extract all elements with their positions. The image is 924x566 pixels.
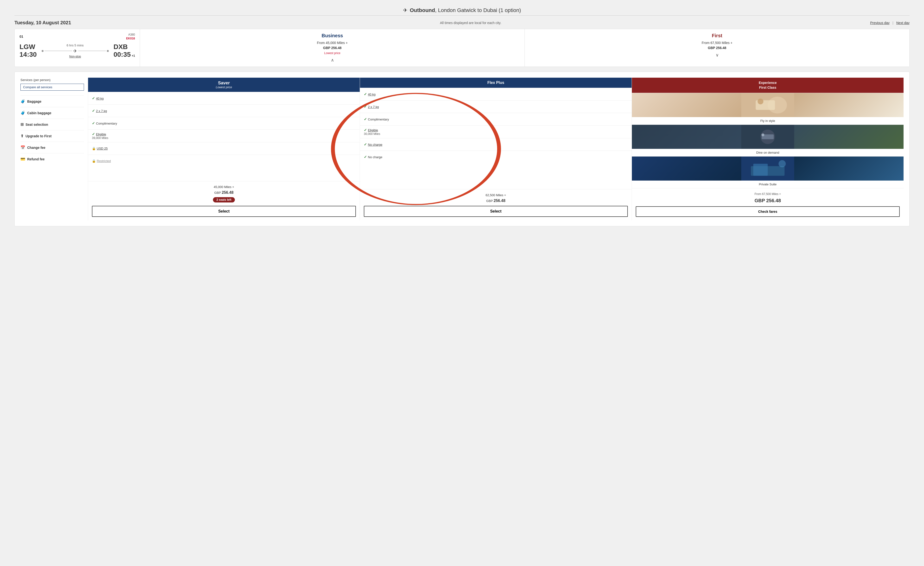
services-wrapper: Services (per person) Compare all servic… bbox=[14, 72, 910, 226]
times-note: All times displayed are local for each c… bbox=[440, 21, 501, 25]
flexplus-cabin-link[interactable]: 2 x 7 kg bbox=[368, 105, 379, 109]
svg-point-3 bbox=[758, 99, 764, 104]
airline-info: A380 EK016 bbox=[126, 33, 135, 40]
saver-baggage-cell: ✓40 kg bbox=[88, 92, 360, 104]
flexplus-refund-cell: ✓No charge bbox=[360, 151, 632, 163]
saver-upgrade-cell: ✓Eligible 39,000 Miles bbox=[88, 129, 360, 142]
first-caption-3: Private Suite bbox=[757, 181, 778, 188]
business-chevron: ∧ bbox=[331, 57, 334, 63]
saver-change-link[interactable]: USD 25 bbox=[97, 147, 108, 150]
first-class-header: Experience First Class bbox=[632, 78, 903, 93]
origin-code: LGW bbox=[20, 43, 37, 51]
flexplus-total: 62,500 Miles + GBP 256.48 bbox=[364, 193, 628, 204]
saver-cabin-link[interactable]: 2 x 7 kg bbox=[96, 109, 107, 113]
svg-rect-10 bbox=[753, 164, 768, 176]
service-row-upgrade: ⬆ Upgrade to First bbox=[21, 130, 84, 142]
lock-icon-refund: 🔒 bbox=[92, 159, 96, 163]
header-title: Outbound, London Gatwick to Dubai (1 opt… bbox=[410, 7, 521, 13]
first-class-col: Experience First Class Fly in style bbox=[632, 78, 903, 220]
upgrade-icon: ⬆ bbox=[21, 134, 24, 138]
compare-all-button[interactable]: Compare all services bbox=[21, 84, 84, 91]
flight-code: EK016 bbox=[126, 37, 135, 40]
svg-point-7 bbox=[762, 133, 765, 136]
fare-col-business[interactable]: Business From 45,000 Miles + GBP 256.48 … bbox=[140, 29, 525, 67]
plane-icon: ✈ bbox=[403, 7, 407, 13]
saver-upgrade-link[interactable]: Eligible bbox=[96, 132, 106, 136]
flight-info: 01 A380 EK016 LGW 14:30 6 hrs 5 mins ✈ bbox=[15, 29, 140, 67]
first-image-dine bbox=[632, 125, 903, 149]
services-grid: Services (per person) Compare all servic… bbox=[21, 78, 903, 220]
flexplus-footer: 62,500 Miles + GBP 256.48 Select bbox=[360, 189, 632, 220]
plus-days: +1 bbox=[132, 54, 135, 57]
first-caption-2: Dine on demand bbox=[754, 149, 781, 156]
first-price: From 67,500 Miles + GBP 256.48 bbox=[702, 40, 732, 51]
first-chevron: ∨ bbox=[716, 52, 719, 58]
lock-icon-change: 🔒 bbox=[92, 147, 96, 150]
first-label: First bbox=[712, 33, 722, 39]
first-image-2: Dine on demand bbox=[632, 124, 903, 156]
first-total: From 67,500 Miles + GBP 256.48 bbox=[636, 192, 900, 204]
seats-left-badge: 2 seats left bbox=[213, 197, 235, 202]
calendar-icon: 📅 bbox=[21, 145, 25, 150]
first-caption-1: Fly in style bbox=[759, 117, 777, 124]
fare-col-first[interactable]: First From 67,500 Miles + GBP 256.48 ∨ bbox=[525, 29, 909, 67]
flexplus-col: Flex Plus ✓40 kg ✓2 x 7 kg ✓Complimentar… bbox=[360, 78, 632, 220]
saver-seat-cell: ✓Complimentary bbox=[88, 117, 360, 129]
seat-icon: ⊞ bbox=[21, 122, 24, 127]
saver-footer: 45,000 Miles + GBP 256.48 2 seats left S… bbox=[88, 181, 360, 220]
flight-date: Tuesday, 10 August 2021 bbox=[14, 20, 71, 25]
page-header: ✈ Outbound, London Gatwick to Dubai (1 o… bbox=[14, 7, 910, 16]
flight-number: 01 bbox=[20, 34, 23, 39]
origin-time: 14:30 bbox=[20, 51, 37, 58]
first-image-3: Private Suite bbox=[632, 156, 903, 188]
refund-icon: 💳 bbox=[21, 157, 25, 161]
stops-info[interactable]: Non-stop bbox=[69, 55, 81, 58]
flexplus-seat-cell: ✓Complimentary bbox=[360, 113, 632, 125]
next-day-link[interactable]: Next day bbox=[896, 21, 910, 25]
business-label: Business bbox=[322, 33, 343, 39]
business-price: From 45,000 Miles + GBP 256.48 Lowest pr… bbox=[317, 40, 348, 55]
previous-day-link[interactable]: Previous day bbox=[870, 21, 890, 25]
flight-duration: 6 hrs 5 mins bbox=[67, 43, 84, 47]
flexplus-baggage-link[interactable]: 40 kg bbox=[368, 93, 376, 96]
flexplus-upgrade-link[interactable]: Eligible bbox=[368, 129, 378, 132]
first-image-1: Fly in style bbox=[632, 93, 903, 124]
saver-header: Saver Lowest price bbox=[88, 78, 360, 92]
first-footer: From 67,500 Miles + GBP 256.48 Check far… bbox=[632, 188, 903, 220]
service-row-refund-fee: 💳 Refund fee bbox=[21, 153, 84, 165]
saver-total: 45,000 Miles + GBP 256.48 bbox=[92, 185, 356, 196]
baggage-icon: 🧳 bbox=[21, 99, 25, 103]
service-row-seat-selection: ⊞ Seat selection bbox=[21, 118, 84, 130]
services-title: Services (per person) bbox=[21, 78, 84, 82]
lowest-price-label: Lowest price bbox=[324, 51, 340, 55]
saver-col: Saver Lowest price ✓40 kg ✓2 x 7 kg ✓Com… bbox=[88, 78, 360, 220]
destination-code: DXB bbox=[114, 43, 128, 51]
service-row-change-fee: 📅 Change fee bbox=[21, 142, 84, 153]
flight-card: 01 A380 EK016 LGW 14:30 6 hrs 5 mins ✈ bbox=[14, 29, 910, 67]
cabin-baggage-icon: 🧳 bbox=[21, 111, 25, 115]
saver-cabin-cell: ✓2 x 7 kg bbox=[88, 104, 360, 117]
flexplus-cabin-cell: ✓2 x 7 kg bbox=[360, 100, 632, 113]
flexplus-header: Flex Plus bbox=[360, 78, 632, 88]
aircraft-type: A380 bbox=[128, 33, 135, 36]
destination-time: 00:35 bbox=[114, 51, 131, 58]
service-row-baggage: 🧳 Baggage bbox=[21, 96, 84, 107]
flexplus-baggage-cell: ✓40 kg bbox=[360, 88, 632, 100]
day-nav: Previous day | Next day bbox=[870, 21, 910, 25]
saver-refund-cell: 🔒Restricted bbox=[88, 154, 360, 167]
fare-summary-columns: Business From 45,000 Miles + GBP 256.48 … bbox=[140, 29, 909, 67]
flexplus-change-link[interactable]: No charge bbox=[368, 143, 382, 147]
services-label-col: Services (per person) Compare all servic… bbox=[21, 78, 88, 220]
flexplus-change-cell: ✓No charge bbox=[360, 138, 632, 151]
saver-select-button[interactable]: Select bbox=[92, 206, 356, 217]
saver-baggage-link[interactable]: 40 kg bbox=[96, 97, 104, 100]
first-image-fly bbox=[632, 93, 903, 117]
first-image-suite bbox=[632, 157, 903, 181]
flexplus-select-button[interactable]: Select bbox=[364, 206, 628, 217]
saver-refund-link[interactable]: Restricted bbox=[97, 159, 111, 163]
svg-point-11 bbox=[778, 160, 786, 167]
first-check-fares-button[interactable]: Check fares bbox=[636, 206, 900, 217]
subheader-row: Tuesday, 10 August 2021 All times displa… bbox=[14, 20, 910, 25]
flexplus-upgrade-cell: ✓Eligible 30,000 Miles bbox=[360, 125, 632, 138]
service-row-cabin-baggage: 🧳 Cabin baggage bbox=[21, 107, 84, 118]
